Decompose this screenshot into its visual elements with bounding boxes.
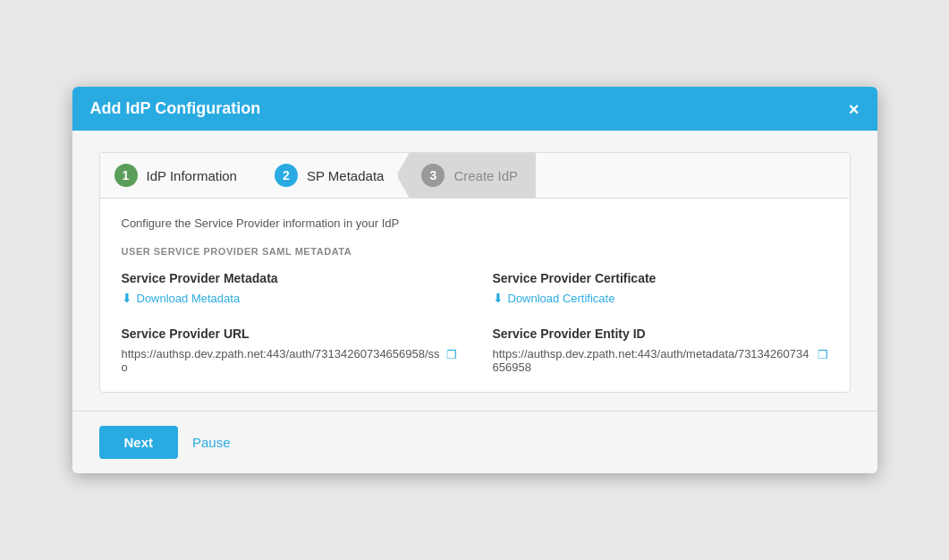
content-area: Configure the Service Provider informati… xyxy=(100,199,850,392)
download-certificate-icon: ⬇ xyxy=(493,291,504,305)
modal-footer: Next Pause xyxy=(72,411,877,473)
download-metadata-link[interactable]: ⬇ Download Metadata xyxy=(122,291,241,305)
fields-grid: Service Provider Metadata ⬇ Download Met… xyxy=(122,271,828,374)
sp-entity-id-copy-icon[interactable]: ❐ xyxy=(818,348,828,361)
pause-button[interactable]: Pause xyxy=(192,435,231,450)
content-box: 1 IdP Information 2 SP Metadata xyxy=(99,152,851,393)
modal: Add IdP Configuration × 1 IdP Informatio… xyxy=(72,87,877,473)
download-certificate-link[interactable]: ⬇ Download Certificate xyxy=(493,291,615,305)
sp-entity-id-title: Service Provider Entity ID xyxy=(493,327,828,341)
step-3: 3 Create IdP xyxy=(396,153,536,198)
download-metadata-icon: ⬇ xyxy=(122,291,132,305)
step-2-label: SP Metadata xyxy=(307,168,384,183)
description-text: Configure the Service Provider informati… xyxy=(122,216,828,230)
step-1-label: IdP Information xyxy=(147,168,237,183)
download-metadata-label: Download Metadata xyxy=(137,292,241,305)
step-3-label: Create IdP xyxy=(453,168,518,183)
download-certificate-label: Download Certificate xyxy=(508,292,615,305)
step-1-number: 1 xyxy=(114,164,138,187)
sp-entity-id-value: https://authsp.dev.zpath.net:443/auth/me… xyxy=(493,347,828,374)
sp-url-value: https://authsp.dev.zpath.net:443/auth/73… xyxy=(122,347,457,374)
section-label: USER SERVICE PROVIDER SAML METADATA xyxy=(122,246,828,257)
sp-metadata-title: Service Provider Metadata xyxy=(122,271,457,285)
modal-header: Add IdP Configuration × xyxy=(72,87,877,131)
sp-url-group: Service Provider URL https://authsp.dev.… xyxy=(122,327,457,374)
sp-entity-id-group: Service Provider Entity ID https://auths… xyxy=(493,327,828,374)
sp-certificate-title: Service Provider Certificate xyxy=(493,271,828,285)
steps-bar: 1 IdP Information 2 SP Metadata xyxy=(100,153,850,199)
modal-title: Add IdP Configuration xyxy=(90,99,261,118)
step-2: 2 SP Metadata xyxy=(250,153,398,198)
next-button[interactable]: Next xyxy=(99,426,179,459)
step-2-number: 2 xyxy=(275,164,298,187)
step-3-number: 3 xyxy=(421,164,445,187)
step-1: 1 IdP Information xyxy=(100,153,251,198)
sp-url-copy-icon[interactable]: ❐ xyxy=(446,348,457,361)
modal-body: 1 IdP Information 2 SP Metadata xyxy=(72,131,877,411)
modal-wrapper: Add IdP Configuration × 1 IdP Informatio… xyxy=(0,0,949,560)
sp-certificate-group: Service Provider Certificate ⬇ Download … xyxy=(493,271,828,305)
sp-metadata-group: Service Provider Metadata ⬇ Download Met… xyxy=(122,271,457,305)
sp-url-title: Service Provider URL xyxy=(122,327,457,341)
close-button[interactable]: × xyxy=(849,100,860,118)
